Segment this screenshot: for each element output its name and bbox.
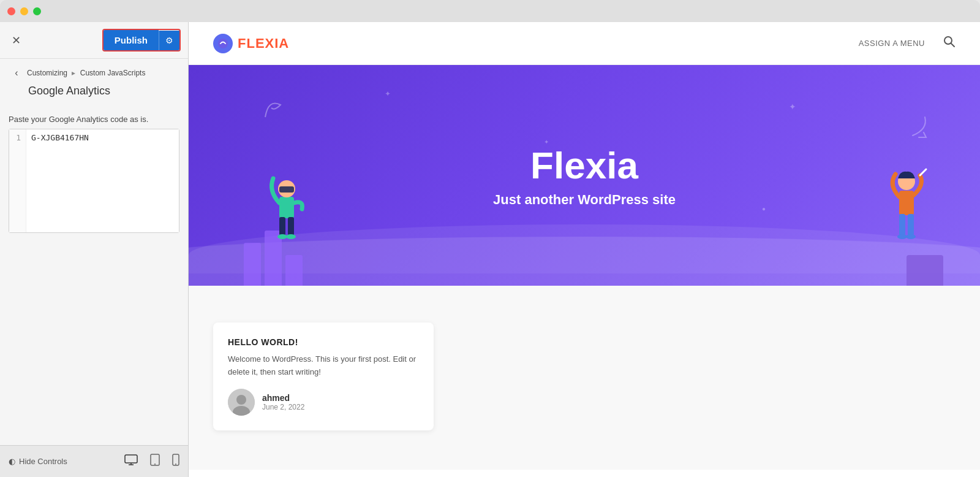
- mac-titlebar: [0, 0, 980, 22]
- svg-point-15: [277, 234, 287, 239]
- svg-point-8: [944, 37, 952, 44]
- svg-point-7: [218, 39, 228, 48]
- svg-rect-21: [908, 214, 914, 235]
- logo-text: FLEXIA: [238, 36, 289, 52]
- svg-line-9: [951, 44, 954, 47]
- svg-line-19: [920, 169, 926, 175]
- line-numbers: 1: [9, 129, 26, 232]
- publish-group: Publish ⚙: [102, 29, 181, 52]
- post-author: ahmed June 2, 2022: [228, 389, 419, 416]
- assign-menu-label[interactable]: ASSIGN A MENU: [859, 39, 925, 48]
- author-name: ahmed: [262, 393, 304, 403]
- bar-3: [285, 255, 303, 286]
- svg-point-6: [175, 464, 176, 465]
- mac-maximize-button[interactable]: [33, 7, 41, 15]
- hide-controls-button[interactable]: ◐ Hide Controls: [9, 457, 67, 466]
- deco-curl-left: [262, 96, 287, 124]
- panel-label: Paste your Google Analytics code as is.: [9, 115, 179, 124]
- logo-icon: [213, 34, 233, 53]
- author-date: June 2, 2022: [262, 403, 304, 411]
- hero-title: Flexia: [530, 143, 638, 187]
- svg-rect-12: [279, 186, 294, 193]
- deco-star-1: ✦: [385, 90, 391, 98]
- deco-star-4: ●: [762, 205, 766, 212]
- svg-point-22: [897, 234, 907, 239]
- author-avatar: [228, 389, 255, 416]
- app-container: ✕ Publish ⚙ ‹ Customizing ▸ Custom JavaS…: [0, 22, 980, 477]
- panel-content: Paste your Google Analytics code as is. …: [0, 105, 188, 445]
- hero-banner: ✦ ✦ ✦ ● Flexia Just another WordPress si…: [189, 65, 980, 286]
- svg-rect-20: [899, 214, 905, 235]
- top-bar: ✕ Publish ⚙: [0, 22, 188, 59]
- line-number-1: 1: [14, 133, 21, 142]
- breadcrumb-root: Customizing: [27, 69, 67, 77]
- svg-rect-10: [279, 197, 294, 218]
- mac-close-button[interactable]: [7, 7, 15, 15]
- back-button[interactable]: ‹: [9, 65, 24, 81]
- breadcrumb-area: ‹ Customizing ▸ Custom JavaScripts: [0, 59, 188, 83]
- author-info: ahmed June 2, 2022: [262, 393, 304, 411]
- pedestal-right: [907, 255, 943, 286]
- header-right: ASSIGN A MENU: [859, 36, 956, 51]
- bottom-bar: ◐ Hide Controls: [0, 445, 188, 477]
- desktop-icon[interactable]: [124, 454, 138, 468]
- hide-controls-label: Hide Controls: [19, 457, 67, 466]
- gear-button[interactable]: ⚙: [159, 31, 179, 50]
- svg-rect-0: [125, 455, 137, 463]
- preview-area: FLEXIA ASSIGN A MENU: [189, 22, 980, 477]
- section-title: Google Analytics: [0, 83, 188, 105]
- svg-rect-17: [899, 191, 914, 215]
- tablet-icon[interactable]: [150, 454, 160, 469]
- mac-minimize-button[interactable]: [20, 7, 28, 15]
- post-title: HELLO WORLD!: [228, 337, 419, 347]
- character-left: [262, 163, 311, 249]
- svg-point-25: [236, 395, 246, 405]
- hide-controls-icon: ◐: [9, 457, 15, 466]
- breadcrumb: Customizing ▸ Custom JavaScripts: [27, 69, 145, 77]
- site-logo: FLEXIA: [213, 34, 289, 53]
- close-button[interactable]: ✕: [7, 32, 24, 49]
- post-card: HELLO WORLD! Welcome to WordPress. This …: [213, 322, 434, 430]
- deco-curl-right: [900, 114, 931, 148]
- code-input[interactable]: [26, 129, 179, 232]
- device-icons: [124, 454, 179, 469]
- publish-button[interactable]: Publish: [104, 30, 159, 50]
- hero-subtitle: Just another WordPress site: [493, 192, 676, 208]
- content-section: HELLO WORLD! Welcome to WordPress. This …: [189, 286, 980, 470]
- site-header: FLEXIA ASSIGN A MENU: [189, 22, 980, 65]
- svg-rect-14: [288, 217, 294, 235]
- svg-rect-13: [279, 217, 285, 235]
- post-excerpt: Welcome to WordPress. This is your first…: [228, 353, 419, 379]
- search-icon[interactable]: [943, 36, 956, 51]
- svg-point-16: [286, 234, 296, 239]
- breadcrumb-child: Custom JavaScripts: [80, 69, 146, 77]
- left-panel: ✕ Publish ⚙ ‹ Customizing ▸ Custom JavaS…: [0, 22, 189, 477]
- bar-1: [244, 243, 261, 286]
- breadcrumb-arrow: ▸: [72, 69, 75, 77]
- mobile-icon[interactable]: [172, 454, 179, 469]
- code-editor: 1: [9, 129, 179, 233]
- character-right: [882, 157, 931, 249]
- deco-star-3: ✦: [789, 102, 796, 112]
- svg-point-23: [906, 234, 916, 239]
- svg-point-4: [154, 464, 156, 465]
